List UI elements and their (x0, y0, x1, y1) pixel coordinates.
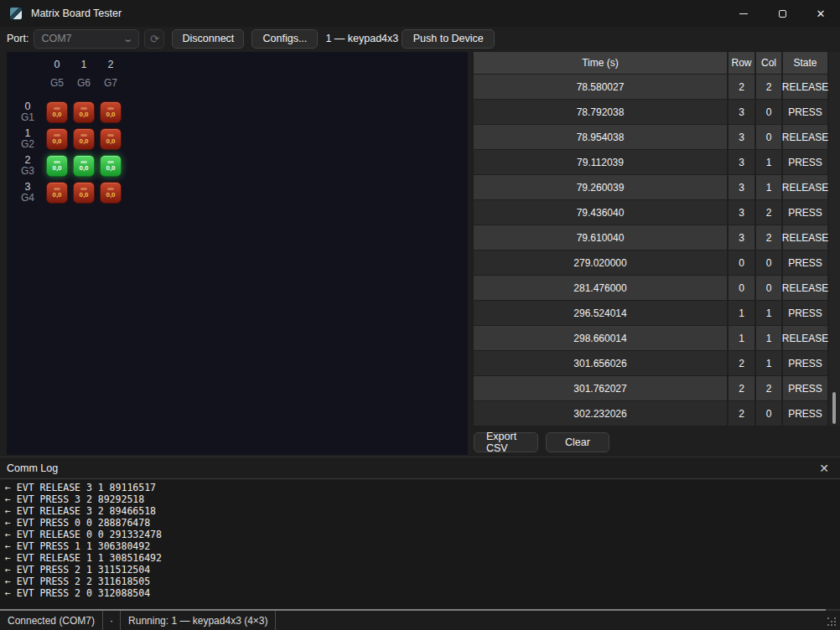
matrix-col-number: 1 (70, 55, 97, 74)
cell-row[interactable]: 1 (729, 301, 754, 325)
cell-time[interactable]: 79.260039 (474, 175, 727, 199)
push-to-device-button[interactable]: Push to Device (402, 29, 495, 49)
cell-row[interactable]: 3 (729, 150, 754, 174)
cell-state[interactable]: PRESS (783, 401, 827, 426)
cell-time[interactable]: 78.580027 (474, 75, 727, 99)
maximize-button[interactable] (763, 0, 801, 27)
cell-col[interactable]: 0 (756, 250, 781, 275)
cell-time[interactable]: 298.660014 (474, 326, 727, 350)
cell-row[interactable]: 1 (729, 326, 754, 350)
connection-status: Connected (COM7) (0, 611, 103, 630)
column-header-row[interactable]: Row (729, 52, 754, 74)
active-config-label: 1 — keypad4x3 (325, 33, 398, 44)
cell-state[interactable]: PRESS (783, 250, 827, 275)
cell-col[interactable]: 1 (756, 326, 781, 350)
port-select[interactable]: COM7 ⌄ (34, 29, 139, 49)
cell-state[interactable]: PRESS (783, 376, 827, 400)
key-r0c1[interactable]: 0,0 (73, 101, 95, 123)
cell-row[interactable]: 2 (729, 376, 754, 400)
cell-col[interactable]: 0 (756, 401, 781, 426)
refresh-ports-button[interactable]: ⟳ (144, 29, 164, 49)
key-gloss (54, 134, 60, 137)
log-line: ← EVT RELEASE 3 2 89466518 (5, 505, 835, 517)
cell-col[interactable]: 2 (756, 225, 781, 250)
cell-col[interactable]: 1 (756, 301, 781, 325)
key-r2c1[interactable]: 0,0 (73, 155, 95, 177)
key-gloss (54, 161, 60, 163)
cell-time[interactable]: 296.524014 (474, 301, 727, 325)
table-scrollbar[interactable] (829, 52, 840, 426)
cell-state[interactable]: PRESS (783, 301, 827, 325)
key-r1c2[interactable]: 0,0 (100, 128, 122, 150)
cell-time[interactable]: 79.610040 (474, 225, 727, 250)
key-r1c0[interactable]: 0,0 (46, 128, 68, 150)
cell-state[interactable]: RELEASE (783, 276, 827, 300)
cell-row[interactable]: 3 (729, 125, 754, 149)
cell-row[interactable]: 0 (729, 250, 754, 275)
clear-button[interactable]: Clear (546, 432, 609, 452)
cell-row[interactable]: 3 (729, 175, 754, 199)
cell-col[interactable]: 1 (756, 175, 781, 199)
cell-state[interactable]: PRESS (783, 351, 827, 375)
refresh-icon: ⟳ (150, 33, 159, 45)
minimize-button[interactable] (724, 0, 763, 27)
key-r3c0[interactable]: 0,0 (46, 182, 68, 204)
cell-row[interactable]: 2 (729, 351, 754, 375)
log-line: ← EVT PRESS 0 0 288876478 (5, 517, 835, 529)
cell-state[interactable]: RELEASE (783, 125, 827, 149)
key-r3c2[interactable]: 0,0 (100, 182, 122, 204)
cell-time[interactable]: 79.112039 (474, 150, 727, 174)
cell-col[interactable]: 2 (756, 376, 781, 400)
key-count: 0,0 (106, 164, 115, 172)
cell-time[interactable]: 301.762027 (474, 376, 727, 400)
column-header-state[interactable]: State (783, 52, 827, 74)
cell-time[interactable]: 78.954038 (474, 125, 727, 149)
cell-time[interactable]: 301.656026 (474, 351, 727, 375)
cell-time[interactable]: 79.436040 (474, 200, 727, 225)
cell-col[interactable]: 1 (756, 351, 781, 375)
cell-row[interactable]: 3 (729, 100, 754, 124)
cell-state[interactable]: PRESS (783, 100, 827, 124)
close-button[interactable]: ✕ (801, 0, 840, 27)
cell-col[interactable]: 2 (756, 75, 781, 99)
cell-state[interactable]: RELEASE (783, 75, 827, 99)
cell-time[interactable]: 78.792038 (474, 100, 727, 124)
cell-time[interactable]: 302.232026 (474, 401, 727, 426)
column-header-time[interactable]: Time (s) (474, 52, 727, 74)
resize-grip[interactable] (827, 617, 837, 627)
cell-time[interactable]: 281.476000 (474, 276, 727, 300)
cell-row[interactable]: 0 (729, 276, 754, 300)
cell-row[interactable]: 3 (729, 200, 754, 225)
port-label: Port: (7, 33, 29, 44)
cell-row[interactable]: 3 (729, 225, 754, 250)
cell-col[interactable]: 0 (756, 125, 781, 149)
cell-time[interactable]: 279.020000 (474, 250, 727, 275)
key-r1c1[interactable]: 0,0 (73, 128, 95, 150)
cell-row[interactable]: 2 (729, 75, 754, 99)
key-r0c2[interactable]: 0,0 (100, 101, 122, 123)
cell-state[interactable]: RELEASE (783, 175, 827, 199)
configs-button[interactable]: Configs... (251, 29, 318, 49)
key-gloss (80, 107, 87, 110)
log-line: ← EVT PRESS 3 2 89292518 (5, 493, 835, 505)
comm-log-close-button[interactable]: ✕ (817, 461, 832, 476)
cell-state[interactable]: PRESS (783, 200, 827, 225)
table-scrollbar-thumb[interactable] (832, 392, 836, 424)
cell-col[interactable]: 2 (756, 200, 781, 225)
cell-col[interactable]: 0 (756, 100, 781, 124)
export-csv-button[interactable]: Export CSV (474, 432, 538, 452)
column-header-col[interactable]: Col (756, 52, 781, 74)
cell-col[interactable]: 1 (756, 150, 781, 174)
cell-state[interactable]: RELEASE (783, 225, 827, 250)
cell-col[interactable]: 0 (756, 276, 781, 300)
cell-row[interactable]: 2 (729, 401, 754, 426)
cell-state[interactable]: PRESS (783, 150, 827, 174)
key-r2c2[interactable]: 0,0 (100, 155, 122, 177)
comm-log-body[interactable]: ← EVT RELEASE 3 1 89116517 ← EVT PRESS 3… (0, 478, 840, 608)
key-r2c0[interactable]: 0,0 (46, 155, 68, 177)
disconnect-button[interactable]: Disconnect (172, 29, 244, 49)
cell-state[interactable]: RELEASE (783, 326, 827, 350)
key-r0c0[interactable]: 0,0 (46, 101, 68, 123)
running-config-status: Running: 1 — keypad4x3 (4×3) (121, 611, 276, 630)
key-r3c1[interactable]: 0,0 (73, 182, 95, 204)
